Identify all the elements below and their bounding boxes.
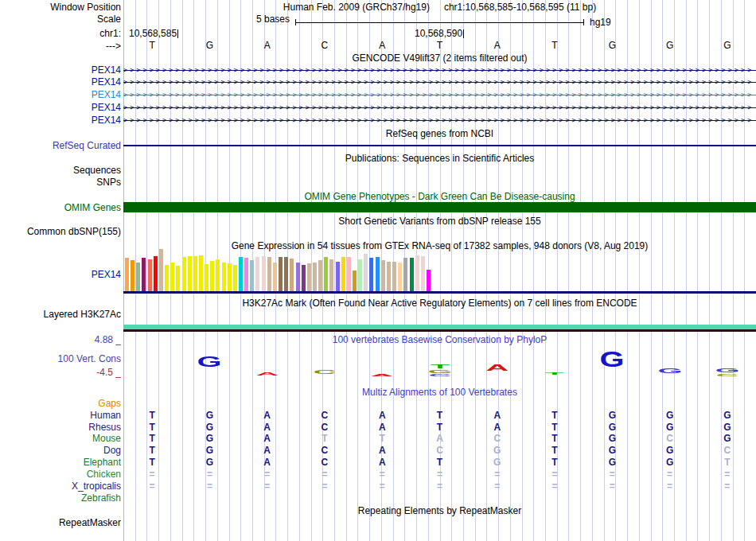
sequences-track-label[interactable]: Sequences: [73, 165, 121, 176]
gtex-bar[interactable]: [347, 257, 351, 292]
gtex-bar[interactable]: [250, 260, 254, 292]
gtex-bar[interactable]: [415, 255, 419, 292]
gtex-bar[interactable]: [353, 270, 357, 292]
gtex-bar[interactable]: [313, 263, 317, 292]
gtex-bar[interactable]: [284, 257, 288, 292]
h3k27ac-track-title: H3K27Ac Mark (Often Found Near Active Re…: [123, 298, 756, 309]
multiz-species-label-rhesus[interactable]: Rhesus: [88, 422, 121, 433]
alignment-base: =: [552, 481, 558, 492]
gencode-transcript-label[interactable]: PEX14: [92, 76, 121, 88]
refseq-curated-label[interactable]: RefSeq Curated: [53, 140, 121, 151]
gtex-bar[interactable]: [131, 260, 134, 292]
multiz-species-label-chicken[interactable]: Chicken: [87, 469, 121, 480]
multiz-species-label-xtropicalis[interactable]: X_tropicalis: [72, 481, 121, 492]
gtex-bar[interactable]: [170, 263, 174, 292]
dbsnp-track-title: Short Genetic Variants from dbSNP releas…: [123, 216, 756, 227]
multiz-species-label-dog[interactable]: Dog: [103, 445, 121, 456]
gtex-bar[interactable]: [381, 260, 385, 292]
gtex-bar[interactable]: [182, 257, 186, 292]
gtex-bar[interactable]: [239, 257, 243, 292]
gtex-bar[interactable]: [302, 265, 306, 292]
gencode-transcript[interactable]: >>>>>>>>>>>>>>>>>>>>>>>>>>>>>>>>>>>>>>>>…: [123, 79, 756, 86]
gtex-bar[interactable]: [176, 266, 180, 292]
gtex-bar[interactable]: [369, 258, 373, 292]
gtex-bar[interactable]: [154, 256, 158, 292]
gtex-bar[interactable]: [233, 265, 237, 292]
multiz-species-label-zebrafish[interactable]: Zebrafish: [81, 492, 121, 504]
layered-h3k27ac-label[interactable]: Layered H3K27Ac: [44, 309, 121, 320]
gtex-bar[interactable]: [341, 257, 345, 292]
gencode-transcript[interactable]: >>>>>>>>>>>>>>>>>>>>>>>>>>>>>>>>>>>>>>>>…: [123, 117, 756, 124]
gtex-bar[interactable]: [410, 258, 414, 292]
svg-text:G: G: [715, 368, 739, 372]
gtex-bar[interactable]: [262, 256, 266, 292]
multiz-species-label-mouse[interactable]: Mouse: [92, 433, 121, 444]
gtex-bar[interactable]: [228, 263, 232, 292]
gencode-transcript-label[interactable]: PEX14: [92, 89, 121, 100]
gtex-bar[interactable]: [142, 258, 146, 292]
gtex-gene-model-line[interactable]: [123, 291, 756, 294]
alignment-base: C: [666, 433, 673, 444]
gtex-bar[interactable]: [307, 263, 311, 292]
alignment-base: =: [494, 469, 500, 480]
common-dbsnp-label[interactable]: Common dbSNP(155): [27, 226, 121, 237]
multiz-species-label-elephant[interactable]: Elephant: [84, 457, 121, 468]
gtex-bar[interactable]: [205, 264, 208, 292]
svg-text:C: C: [428, 374, 451, 376]
gtex-bar[interactable]: [255, 257, 259, 292]
gtex-bar[interactable]: [273, 263, 277, 292]
gtex-bar[interactable]: [324, 257, 328, 292]
gtex-bar[interactable]: [421, 256, 425, 292]
gtex-bar[interactable]: [165, 265, 169, 292]
omim-genes-label[interactable]: OMIM Genes: [64, 202, 121, 213]
gtex-bar[interactable]: [125, 258, 129, 292]
snps-track-label[interactable]: SNPs: [96, 177, 121, 188]
gtex-bar[interactable]: [364, 254, 368, 292]
gtex-bar[interactable]: [318, 260, 322, 292]
gtex-bar[interactable]: [216, 259, 220, 292]
gencode-transcript-label[interactable]: PEX14: [92, 64, 121, 76]
gtex-bar[interactable]: [398, 263, 402, 292]
gtex-bar[interactable]: [329, 259, 333, 292]
gtex-bar[interactable]: [358, 259, 362, 292]
gtex-bar[interactable]: [188, 256, 192, 292]
gtex-bar[interactable]: [210, 261, 214, 292]
gtex-bar[interactable]: [244, 258, 248, 292]
gtex-bar[interactable]: [136, 263, 140, 292]
refseq-curated-gene-line[interactable]: [123, 145, 756, 146]
alignment-base: G: [666, 445, 673, 456]
alignment-base: G: [723, 410, 731, 421]
gtex-bar[interactable]: [336, 262, 340, 292]
gtex-gene-label[interactable]: PEX14: [92, 269, 121, 280]
gencode-transcript[interactable]: >>>>>>>>>>>>>>>>>>>>>>>>>>>>>>>>>>>>>>>>…: [123, 104, 756, 111]
gtex-bar[interactable]: [290, 259, 294, 292]
repeatmasker-label[interactable]: RepeatMasker: [59, 517, 121, 528]
gtex-bar[interactable]: [148, 259, 152, 292]
alignment-base: =: [264, 469, 270, 480]
strand-direction-arrow[interactable]: --->: [106, 41, 121, 52]
gtex-bar[interactable]: [427, 270, 431, 292]
gtex-bar[interactable]: [222, 263, 226, 292]
gtex-bar[interactable]: [296, 263, 300, 292]
gencode-transcript[interactable]: >>>>>>>>>>>>>>>>>>>>>>>>>>>>>>>>>>>>>>>>…: [123, 91, 756, 99]
omim-gene-bar[interactable]: [123, 202, 756, 212]
gencode-transcript[interactable]: >>>>>>>>>>>>>>>>>>>>>>>>>>>>>>>>>>>>>>>>…: [123, 67, 756, 74]
phylop-logo-letter: G: [595, 350, 629, 368]
gencode-transcript-label[interactable]: PEX14: [92, 102, 121, 113]
gtex-bar[interactable]: [279, 257, 283, 292]
gencode-transcript-label[interactable]: PEX14: [92, 115, 121, 126]
gtex-bar[interactable]: [392, 262, 396, 292]
gtex-bar[interactable]: [199, 255, 203, 292]
phylop-logo-letter: G: [653, 362, 687, 368]
conservation-track-label[interactable]: 100 Vert. Cons: [58, 353, 121, 364]
gtex-bar[interactable]: [403, 258, 407, 292]
multiz-species-label-gaps[interactable]: Gaps: [98, 398, 121, 409]
gtex-bar[interactable]: [376, 257, 380, 292]
gtex-bar[interactable]: [159, 249, 163, 292]
reference-base: C: [321, 41, 329, 51]
gtex-bar[interactable]: [387, 262, 391, 292]
gtex-bar[interactable]: [193, 256, 197, 292]
h3k27ac-signal-band-bottom[interactable]: [123, 329, 756, 332]
multiz-species-label-human[interactable]: Human: [90, 410, 121, 421]
gtex-bar[interactable]: [267, 257, 271, 292]
